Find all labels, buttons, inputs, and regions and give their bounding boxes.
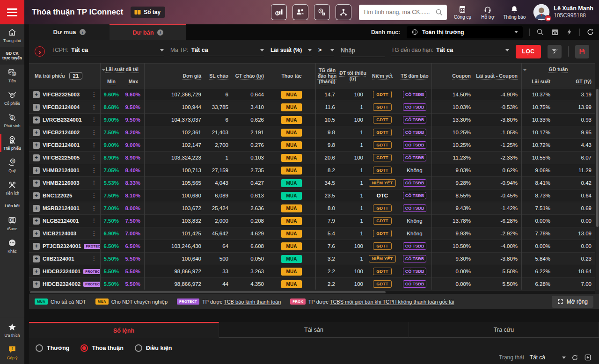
rate-minus-coupon-header[interactable]: Lãi suất - Coupon bbox=[476, 73, 518, 79]
buy-button[interactable]: MUA bbox=[281, 280, 302, 288]
table-search-button[interactable] bbox=[536, 28, 544, 36]
sidebar-item-more[interactable]: Khác bbox=[0, 235, 24, 257]
qty-header[interactable]: SL chào bbox=[209, 73, 228, 79]
support-menu[interactable]: Hỗ trợ bbox=[478, 5, 497, 20]
row-menu-icon[interactable]: ⋮ bbox=[91, 255, 100, 262]
export-button[interactable] bbox=[584, 354, 592, 361]
rate-field-select[interactable]: Lãi suất (%) bbox=[270, 47, 312, 56]
sidebar-item-utilities[interactable]: Tiện ích bbox=[0, 177, 24, 199]
buy-button[interactable]: MUA bbox=[281, 268, 302, 276]
buy-button[interactable]: MUA bbox=[281, 242, 302, 250]
row-expand-button[interactable]: + bbox=[33, 142, 40, 149]
buy-button[interactable]: MUA bbox=[281, 141, 302, 149]
sidebar-item-online-trading[interactable]: GD CK trực tuyến bbox=[0, 47, 24, 65]
row-expand-button[interactable]: + bbox=[33, 104, 40, 111]
row-menu-icon[interactable]: ⋮ bbox=[91, 180, 100, 186]
rate-group-header[interactable]: ◂▸ Lãi suất đã tái bbox=[100, 64, 144, 75]
row-menu-icon[interactable]: ⋮ bbox=[91, 116, 100, 123]
row-menu-icon[interactable]: ⋮ bbox=[91, 205, 100, 211]
money-flow-button[interactable]: $ bbox=[314, 4, 330, 20]
sidebar-item-derivatives[interactable]: $ Phái sinh bbox=[0, 109, 24, 132]
quick-action-button[interactable] bbox=[566, 28, 573, 36]
market-money-chart-button[interactable]: $ bbox=[271, 4, 287, 20]
row-expand-button[interactable]: + bbox=[33, 167, 40, 174]
buy-button[interactable]: MUA bbox=[281, 129, 302, 137]
save-filter-button[interactable] bbox=[575, 45, 589, 58]
value-header[interactable]: GT chào (tỷ) bbox=[235, 73, 264, 79]
row-expand-button[interactable]: + bbox=[33, 154, 40, 161]
order-type-radio[interactable] bbox=[80, 344, 88, 352]
expand-table-button[interactable]: Mở rộng bbox=[552, 296, 593, 308]
buy-button[interactable]: MUA bbox=[281, 154, 302, 162]
user-menu[interactable]: Lê Xuân Mạnh 105C995188 bbox=[533, 4, 593, 21]
refresh-orders-button[interactable] bbox=[571, 354, 578, 361]
maturity-header[interactable]: TG đến đáo hạn (tháng) bbox=[315, 67, 339, 84]
row-menu-icon[interactable]: ⋮ bbox=[91, 91, 100, 98]
table-horizontal-scrollbar[interactable] bbox=[29, 291, 595, 294]
maturity-filter[interactable]: TG đến đáo hạn: Tất cả bbox=[391, 47, 509, 56]
sidebar-item-links[interactable]: Liên kết bbox=[0, 199, 24, 212]
column-expander-icon[interactable]: ◂▸ bbox=[523, 67, 526, 72]
row-expand-button[interactable]: + bbox=[33, 230, 40, 237]
table-vertical-scrollbar[interactable] bbox=[596, 87, 599, 290]
buy-button[interactable]: MUA bbox=[281, 103, 302, 111]
issuer-filter[interactable]: TCPH: Tất cả bbox=[51, 47, 164, 56]
chart-view-button[interactable] bbox=[551, 28, 559, 36]
row-expand-button[interactable]: + bbox=[33, 91, 40, 98]
sidebar-item-isave[interactable]: $ iSave bbox=[0, 212, 24, 235]
category-select[interactable]: Toàn thị trường bbox=[407, 26, 523, 38]
global-search-input[interactable] bbox=[363, 9, 435, 15]
row-expand-button[interactable]: + bbox=[33, 116, 40, 124]
row-expand-button[interactable]: + bbox=[33, 192, 40, 199]
collateral-header[interactable]: TS đảm bảo bbox=[401, 73, 429, 79]
row-expand-button[interactable]: + bbox=[33, 218, 40, 225]
week-rate-header[interactable]: Lãi suất bbox=[532, 79, 550, 84]
sidebar-item-bonds[interactable]: Trái phiếu bbox=[0, 132, 24, 154]
info-icon[interactable]: i bbox=[80, 29, 86, 35]
coupon-header[interactable]: Coupon bbox=[452, 73, 471, 79]
week-group-header[interactable]: ◂▸ GD tuần bbox=[521, 64, 595, 75]
tab-tai-san[interactable]: Tài sản bbox=[219, 322, 409, 338]
menu-hamburger-button[interactable] bbox=[0, 0, 24, 24]
order-type-normal[interactable]: Thường bbox=[36, 344, 69, 352]
buy-button[interactable]: MUA bbox=[281, 91, 302, 99]
row-menu-icon[interactable]: ⋮ bbox=[91, 192, 100, 199]
notifications-menu[interactable]: Thông báo bbox=[503, 5, 526, 20]
price-header[interactable]: Đơn giá bbox=[183, 73, 201, 79]
info-icon[interactable]: i bbox=[157, 29, 163, 36]
prox-info-link[interactable]: TCBS môi giới bán khi TCPH không thanh t… bbox=[330, 299, 454, 305]
sidebar-item-feedback[interactable]: ! Góp ý bbox=[0, 342, 24, 364]
row-expand-button[interactable]: + bbox=[33, 205, 40, 212]
sidebar-item-stocks[interactable]: Cổ phiếu bbox=[0, 87, 24, 109]
tab-tra-cuu[interactable]: Tra cứu bbox=[409, 322, 599, 338]
sidebar-item-home[interactable]: Trang chủ bbox=[0, 24, 24, 47]
row-menu-icon[interactable]: ⋮ bbox=[91, 142, 100, 148]
tab-du-mua[interactable]: Dư mua i bbox=[29, 24, 110, 40]
clear-filter-button[interactable] bbox=[548, 45, 562, 58]
max-header[interactable]: Max bbox=[129, 79, 138, 84]
customers-button[interactable] bbox=[292, 4, 308, 20]
row-menu-icon[interactable]: ⋮ bbox=[91, 154, 100, 161]
bond-code-filter[interactable]: Mã TP: Tất cả bbox=[170, 47, 264, 56]
buy-button[interactable]: MUA bbox=[281, 179, 302, 187]
tab-du-ban[interactable]: Dư bán i bbox=[110, 24, 186, 40]
order-type-radio[interactable] bbox=[135, 344, 142, 352]
order-type-radio[interactable] bbox=[36, 344, 43, 352]
buy-button[interactable]: MUA bbox=[281, 192, 302, 200]
row-menu-icon[interactable]: ⋮ bbox=[91, 230, 100, 237]
row-expand-button[interactable]: + bbox=[33, 255, 40, 262]
buy-button[interactable]: MUA bbox=[281, 255, 302, 263]
affiliate-button[interactable]: $ bbox=[336, 4, 351, 20]
sidebar-item-money[interactable]: $ Tiền bbox=[0, 65, 24, 87]
sidebar-item-favorites[interactable]: Ưa thích bbox=[0, 319, 24, 342]
filter-apply-button[interactable]: LỌC bbox=[516, 45, 541, 58]
tab-so-lenh[interactable]: Sổ lệnh bbox=[29, 322, 219, 338]
row-expand-button[interactable]: + bbox=[33, 243, 40, 250]
min-header[interactable]: Min bbox=[107, 79, 116, 84]
order-type-conditional[interactable]: Điều kiện bbox=[135, 344, 172, 352]
buy-button[interactable]: MUA bbox=[281, 204, 302, 212]
buy-button[interactable]: MUA bbox=[281, 217, 302, 225]
row-expand-button[interactable]: + bbox=[33, 129, 40, 136]
row-menu-icon[interactable]: ⋮ bbox=[91, 167, 100, 174]
rate-value-input[interactable] bbox=[341, 47, 385, 54]
